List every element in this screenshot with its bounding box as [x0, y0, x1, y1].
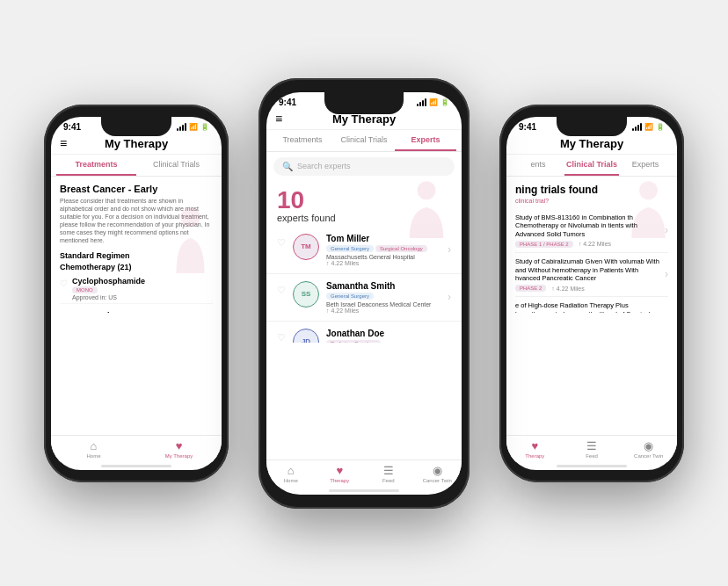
drug-heart-icon-1[interactable]: ♡	[60, 279, 68, 288]
trial-title-3: e of High-dose Radiation Therapy Plus he…	[515, 301, 661, 313]
expert-name-samantha: Samantha Smith	[326, 281, 440, 291]
expert-info-jonathan: Jonathan Doe Radiation Oncology Dana-Far…	[326, 329, 440, 344]
left-signal	[177, 123, 186, 131]
center-search-bar[interactable]: 🔍 Search experts	[273, 157, 455, 176]
trial-item-3: e of High-dose Radiation Therapy Plus he…	[515, 297, 668, 313]
right-decorative-silhouette	[624, 177, 673, 238]
left-bottom-nav: ⌂ Home ♥ My Therapy	[51, 435, 222, 462]
center-notch	[324, 92, 404, 114]
trial-info-2: Study of Cabiralizumab Given With voluma…	[515, 257, 661, 292]
center-nav-feed[interactable]: ☰ Feed	[364, 460, 413, 487]
svg-point-1	[418, 181, 436, 199]
expert-avatar-tm: TM	[293, 234, 319, 260]
drug-badge-1: MONO	[72, 286, 98, 293]
right-cancer-twin-icon: ◉	[644, 439, 653, 452]
expert-heart-3[interactable]: ♡	[277, 332, 286, 344]
drug-name-2: Docetaxel	[72, 311, 129, 312]
trial-distance-1: ↑ 4.22 Miles	[579, 241, 611, 247]
left-nav-therapy[interactable]: ♥ My Therapy	[136, 436, 222, 462]
center-experts-list: ♡ TM Tom Miller General Surgery Surgical…	[266, 227, 462, 344]
expert-chevron-tom[interactable]: ›	[448, 243, 451, 256]
expert-tag-surgical-oncology: Surgical Oncology	[375, 245, 427, 252]
left-time: 9:41	[63, 122, 81, 132]
right-phone-screen: 9:41 📶 🔋 My Therapy	[506, 117, 677, 470]
center-app-title: My Therapy	[332, 112, 396, 126]
right-app-title: My Therapy	[560, 137, 623, 150]
right-tab-clinical-trials[interactable]: Clinical Trials	[564, 155, 619, 176]
center-wifi-icon: 📶	[429, 98, 438, 106]
left-notch	[101, 117, 171, 136]
left-phone-screen: 9:41 📶 🔋 ≡ My Ther	[51, 117, 222, 470]
expert-distance-tom: ↑ 4.22 Miles	[326, 260, 440, 266]
drug-approved-1: Approved in: US	[72, 294, 145, 300]
center-therapy-icon: ♥	[336, 464, 343, 477]
left-app-title: My Therapy	[105, 137, 168, 150]
phones-container: 9:41 📶 🔋 ≡ My Ther	[0, 0, 728, 586]
left-hamburger-icon[interactable]: ≡	[60, 136, 67, 150]
center-nav-home-label: Home	[284, 478, 298, 483]
left-home-indicator	[101, 465, 171, 467]
center-tab-clinical-trials[interactable]: Clinical Trials	[333, 130, 395, 151]
left-nav-therapy-label: My Therapy	[165, 453, 193, 459]
trial-title-2: Study of Cabiralizumab Given With voluma…	[515, 257, 661, 283]
right-status-icons: 📶 🔋	[632, 123, 665, 131]
center-status-icons: 📶 🔋	[417, 98, 449, 106]
center-feed-icon: ☰	[383, 464, 394, 477]
left-tabs: Treatments Clinical Trials	[51, 155, 222, 177]
left-therapy-icon: ♥	[176, 439, 183, 452]
drug-item-docetaxel: ♡ Docetaxel COMBINATION Approved in: US,…	[60, 308, 213, 312]
right-bottom-nav: ♥ Therapy ☰ Feed ◉ Cancer Twin	[506, 435, 677, 462]
center-nav-therapy[interactable]: ♥ Therapy	[316, 460, 365, 487]
center-tabs: Treatments Clinical Trials Experts	[266, 130, 462, 152]
decorative-silhouette	[166, 203, 215, 273]
drug-item-cyclophosphamide: ♡ Cyclophosphamide MONO Approved in: US	[60, 274, 213, 304]
center-nav-home[interactable]: ⌂ Home	[266, 460, 316, 487]
trial-meta-2: PHASE 2 ↑ 4.22 Miles	[515, 285, 661, 292]
expert-tags-tom: General Surgery Surgical Oncology	[326, 245, 440, 252]
center-tab-experts[interactable]: Experts	[395, 130, 456, 151]
trial-phase-1: PHASE 1 / PHASE 2	[515, 241, 573, 248]
left-tab-clinical-trials[interactable]: Clinical Trials	[136, 155, 216, 176]
right-notch	[557, 117, 627, 136]
expert-heart-1[interactable]: ♡	[277, 237, 286, 249]
center-nav-cancer-twin[interactable]: ◉ Cancer Twin	[413, 460, 462, 487]
left-status-icons: 📶 🔋	[177, 123, 209, 131]
left-nav-home-label: Home	[86, 453, 100, 459]
center-nav-cancer-twin-label: Cancer Twin	[423, 478, 452, 483]
trial-meta-1: PHASE 1 / PHASE 2 ↑ 4.22 Miles	[515, 241, 661, 248]
svg-point-2	[639, 181, 658, 199]
left-phone: 9:41 📶 🔋 ≡ My Ther	[44, 105, 229, 482]
expert-info-tom: Tom Miller General Surgery Surgical Onco…	[326, 234, 440, 266]
right-battery-icon: 🔋	[656, 123, 665, 131]
center-time: 9:41	[279, 98, 296, 107]
right-nav-feed-label: Feed	[586, 453, 598, 459]
center-battery-icon: 🔋	[440, 98, 449, 106]
right-nav-cancer-twin[interactable]: ◉ Cancer Twin	[620, 436, 677, 462]
right-tab-treatments[interactable]: ents	[512, 155, 564, 176]
expert-tags-samantha: General Surgery	[326, 293, 440, 300]
expert-heart-2[interactable]: ♡	[277, 285, 286, 296]
expert-hospital-samantha: Beth Israel Deaconess Medical Center	[326, 301, 440, 307]
svg-point-0	[180, 206, 200, 226]
trial-distance-2: ↑ 4.22 Miles	[551, 286, 584, 292]
right-nav-therapy[interactable]: ♥ Therapy	[506, 436, 564, 462]
right-tabs: ents Clinical Trials Experts	[506, 155, 677, 177]
right-nav-therapy-label: Therapy	[525, 453, 544, 459]
expert-distance-samantha: ↑ 4.22 Miles	[326, 307, 440, 314]
expert-tag-general-surgery-samantha: General Surgery	[326, 293, 374, 300]
left-app-header: ≡ My Therapy	[51, 134, 222, 155]
left-tab-treatments[interactable]: Treatments	[56, 155, 136, 176]
left-nav-home[interactable]: ⌂ Home	[51, 436, 136, 462]
center-home-icon: ⌂	[288, 464, 295, 477]
center-tab-treatments[interactable]: Treatments	[272, 130, 333, 151]
right-therapy-icon: ♥	[531, 439, 538, 452]
expert-avatar-jd: JD	[293, 329, 319, 344]
right-phone: 9:41 📶 🔋 My Therapy	[499, 105, 684, 482]
right-wifi-icon: 📶	[644, 123, 653, 131]
right-tab-experts[interactable]: Experts	[619, 155, 672, 176]
expert-chevron-samantha[interactable]: ›	[448, 291, 451, 303]
expert-info-samantha: Samantha Smith General Surgery Beth Isra…	[326, 281, 440, 314]
right-nav-feed[interactable]: ☰ Feed	[564, 436, 621, 462]
center-hamburger-icon[interactable]: ≡	[275, 112, 282, 126]
trial-chevron-2[interactable]: ›	[665, 268, 668, 280]
